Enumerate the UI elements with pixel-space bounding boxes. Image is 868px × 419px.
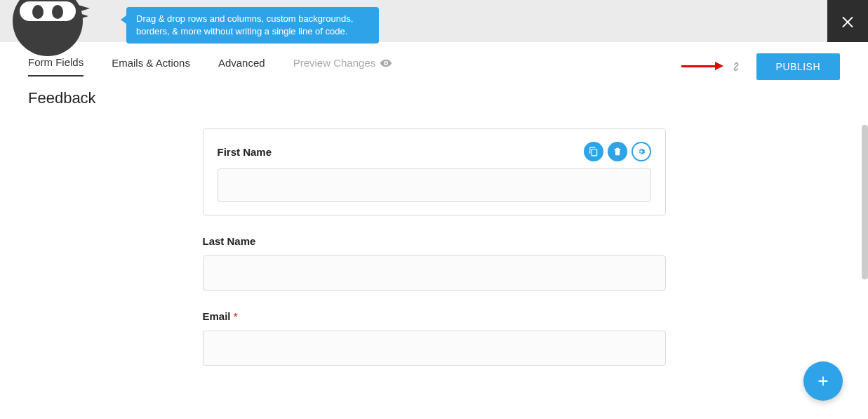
ninja-logo: [13, 0, 97, 42]
field-settings-button[interactable]: [632, 142, 651, 161]
tab-preview-changes[interactable]: Preview Changes: [293, 57, 393, 77]
publish-button[interactable]: PUBLISH: [756, 53, 840, 80]
eye-icon: [380, 57, 392, 69]
form-canvas: First Name Last Name Email *: [0, 107, 868, 385]
intro-tooltip: Drag & drop rows and columns, custom bac…: [126, 7, 379, 44]
field-last-name[interactable]: Last Name: [203, 235, 666, 291]
required-marker: *: [234, 310, 238, 322]
tooltip-text: Drag & drop rows and columns, custom bac…: [136, 13, 353, 36]
scrollbar-thumb[interactable]: [862, 125, 868, 279]
tab-label: Form Fields: [28, 56, 84, 68]
top-bar: Drag & drop rows and columns, custom bac…: [0, 0, 868, 42]
tab-advanced[interactable]: Advanced: [218, 57, 265, 76]
gear-icon: [636, 147, 646, 157]
tab-emails-actions[interactable]: Emails & Actions: [112, 57, 190, 76]
add-field-fab[interactable]: [803, 361, 843, 401]
link-icon: [728, 59, 744, 74]
publish-label: PUBLISH: [776, 61, 820, 72]
arrow-annotation: [681, 62, 723, 70]
right-actions: PUBLISH: [728, 53, 840, 80]
form-title: Feedback: [0, 77, 868, 107]
close-button[interactable]: [827, 0, 868, 42]
duplicate-field-button[interactable]: [584, 142, 603, 161]
field-label: Last Name: [203, 235, 256, 247]
plus-icon: [815, 373, 831, 389]
close-icon: [839, 13, 856, 29]
tab-form-fields[interactable]: Form Fields: [28, 56, 84, 77]
tab-label: Advanced: [218, 57, 265, 69]
email-input[interactable]: [203, 331, 666, 366]
field-first-name[interactable]: First Name: [203, 128, 666, 215]
field-email[interactable]: Email *: [203, 310, 666, 366]
tab-label: Emails & Actions: [112, 57, 190, 69]
field-toolbar: [584, 142, 651, 161]
delete-field-button[interactable]: [608, 142, 627, 161]
duplicate-icon: [589, 147, 599, 157]
field-label: First Name: [218, 146, 272, 158]
first-name-input[interactable]: [218, 168, 651, 202]
tab-label: Preview Changes: [293, 57, 376, 69]
field-label: Email *: [203, 310, 238, 322]
trash-icon: [613, 147, 622, 157]
nav-tabs-row: Form Fields Emails & Actions Advanced Pr…: [0, 42, 868, 77]
public-link-button[interactable]: [728, 59, 744, 74]
last-name-input[interactable]: [203, 255, 666, 291]
